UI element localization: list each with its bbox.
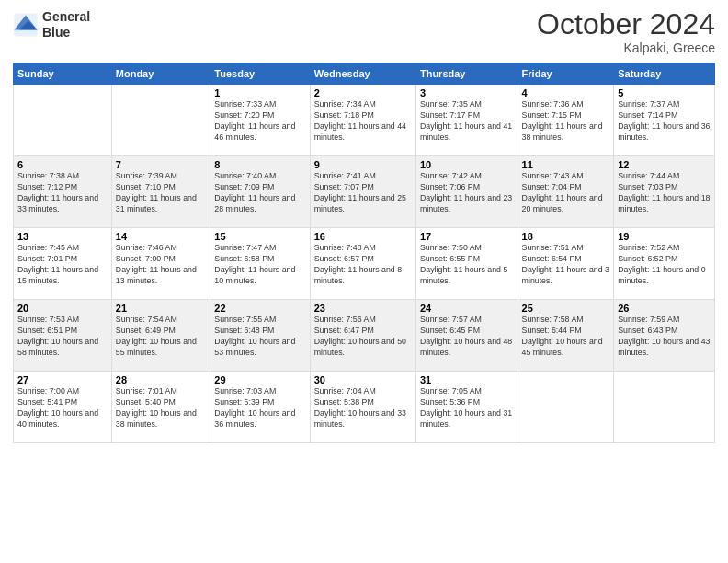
day-number: 27 [17, 374, 108, 385]
day-number: 18 [522, 231, 610, 242]
day-number: 21 [116, 303, 207, 314]
calendar-cell: 19Sunrise: 7:52 AM Sunset: 6:52 PM Dayli… [614, 228, 715, 300]
calendar-cell: 14Sunrise: 7:46 AM Sunset: 7:00 PM Dayli… [111, 228, 210, 300]
day-info: Sunrise: 7:39 AM Sunset: 7:10 PM Dayligh… [116, 171, 207, 215]
day-number: 23 [314, 303, 412, 314]
weekday-header-monday: Monday [111, 63, 210, 85]
logo-line2: Blue [42, 25, 90, 40]
weekday-header-tuesday: Tuesday [210, 63, 310, 85]
day-info: Sunrise: 7:37 AM Sunset: 7:14 PM Dayligh… [618, 99, 711, 144]
weekday-header-row: SundayMondayTuesdayWednesdayThursdayFrid… [14, 63, 715, 85]
calendar-cell: 28Sunrise: 7:01 AM Sunset: 5:40 PM Dayli… [111, 372, 210, 443]
day-info: Sunrise: 7:41 AM Sunset: 7:07 PM Dayligh… [314, 171, 412, 215]
calendar-cell: 12Sunrise: 7:44 AM Sunset: 7:03 PM Dayli… [614, 156, 715, 228]
day-number: 25 [522, 303, 610, 314]
day-info: Sunrise: 7:04 AM Sunset: 5:38 PM Dayligh… [314, 386, 412, 431]
calendar-cell: 22Sunrise: 7:55 AM Sunset: 6:48 PM Dayli… [210, 300, 310, 372]
logo-line1: General [42, 9, 90, 25]
day-info: Sunrise: 7:34 AM Sunset: 7:18 PM Dayligh… [314, 99, 412, 144]
day-number: 5 [618, 87, 711, 98]
day-number: 15 [214, 231, 305, 242]
day-number: 31 [420, 374, 514, 385]
day-number: 12 [618, 159, 711, 170]
day-info: Sunrise: 7:45 AM Sunset: 7:01 PM Dayligh… [17, 243, 108, 287]
day-info: Sunrise: 7:47 AM Sunset: 6:58 PM Dayligh… [214, 243, 305, 287]
day-number: 20 [17, 303, 108, 314]
week-row-2: 6Sunrise: 7:38 AM Sunset: 7:12 PM Daylig… [14, 156, 715, 228]
calendar-cell: 18Sunrise: 7:51 AM Sunset: 6:54 PM Dayli… [518, 228, 614, 300]
calendar-cell [614, 372, 715, 443]
title-section: October 2024 Kalpaki, Greece [537, 9, 715, 55]
day-info: Sunrise: 7:36 AM Sunset: 7:15 PM Dayligh… [522, 99, 610, 144]
day-number: 7 [116, 159, 207, 170]
calendar-cell [518, 372, 614, 443]
calendar-cell: 27Sunrise: 7:00 AM Sunset: 5:41 PM Dayli… [14, 372, 112, 443]
day-number: 14 [116, 231, 207, 242]
calendar-cell: 26Sunrise: 7:59 AM Sunset: 6:43 PM Dayli… [614, 300, 715, 372]
week-row-1: 1Sunrise: 7:33 AM Sunset: 7:20 PM Daylig… [14, 85, 715, 156]
calendar-cell: 7Sunrise: 7:39 AM Sunset: 7:10 PM Daylig… [111, 156, 210, 228]
calendar-cell: 1Sunrise: 7:33 AM Sunset: 7:20 PM Daylig… [210, 85, 310, 156]
day-number: 26 [618, 303, 711, 314]
calendar-cell: 31Sunrise: 7:05 AM Sunset: 5:36 PM Dayli… [415, 372, 518, 443]
day-number: 2 [314, 87, 412, 98]
calendar-cell: 25Sunrise: 7:58 AM Sunset: 6:44 PM Dayli… [518, 300, 614, 372]
day-info: Sunrise: 7:00 AM Sunset: 5:41 PM Dayligh… [17, 386, 108, 431]
weekday-header-friday: Friday [518, 63, 614, 85]
calendar-cell: 3Sunrise: 7:35 AM Sunset: 7:17 PM Daylig… [415, 85, 518, 156]
day-info: Sunrise: 7:56 AM Sunset: 6:47 PM Dayligh… [314, 315, 412, 359]
calendar-cell: 5Sunrise: 7:37 AM Sunset: 7:14 PM Daylig… [614, 85, 715, 156]
calendar-cell: 10Sunrise: 7:42 AM Sunset: 7:06 PM Dayli… [415, 156, 518, 228]
calendar-cell: 2Sunrise: 7:34 AM Sunset: 7:18 PM Daylig… [310, 85, 415, 156]
day-number: 24 [420, 303, 514, 314]
day-info: Sunrise: 7:05 AM Sunset: 5:36 PM Dayligh… [420, 386, 514, 431]
week-row-3: 13Sunrise: 7:45 AM Sunset: 7:01 PM Dayli… [14, 228, 715, 300]
day-number: 28 [116, 374, 207, 385]
month-title: October 2024 [537, 9, 715, 39]
day-info: Sunrise: 7:50 AM Sunset: 6:55 PM Dayligh… [420, 243, 514, 287]
day-info: Sunrise: 7:57 AM Sunset: 6:45 PM Dayligh… [420, 315, 514, 359]
calendar-cell: 4Sunrise: 7:36 AM Sunset: 7:15 PM Daylig… [518, 85, 614, 156]
calendar-cell: 11Sunrise: 7:43 AM Sunset: 7:04 PM Dayli… [518, 156, 614, 228]
calendar-cell: 15Sunrise: 7:47 AM Sunset: 6:58 PM Dayli… [210, 228, 310, 300]
calendar-page: General Blue October 2024 Kalpaki, Greec… [0, 0, 728, 563]
day-info: Sunrise: 7:40 AM Sunset: 7:09 PM Dayligh… [214, 171, 305, 215]
day-info: Sunrise: 7:48 AM Sunset: 6:57 PM Dayligh… [314, 243, 412, 287]
logo: General Blue [13, 9, 90, 40]
week-row-5: 27Sunrise: 7:00 AM Sunset: 5:41 PM Dayli… [14, 372, 715, 443]
page-header: General Blue October 2024 Kalpaki, Greec… [13, 9, 715, 55]
day-number: 13 [17, 231, 108, 242]
day-number: 8 [214, 159, 305, 170]
day-number: 17 [420, 231, 514, 242]
calendar-cell: 9Sunrise: 7:41 AM Sunset: 7:07 PM Daylig… [310, 156, 415, 228]
day-info: Sunrise: 7:52 AM Sunset: 6:52 PM Dayligh… [618, 243, 711, 287]
day-number: 30 [314, 374, 412, 385]
day-number: 4 [522, 87, 610, 98]
day-number: 29 [214, 374, 305, 385]
day-number: 6 [17, 159, 108, 170]
calendar-cell: 13Sunrise: 7:45 AM Sunset: 7:01 PM Dayli… [14, 228, 112, 300]
day-info: Sunrise: 7:53 AM Sunset: 6:51 PM Dayligh… [17, 315, 108, 359]
week-row-4: 20Sunrise: 7:53 AM Sunset: 6:51 PM Dayli… [14, 300, 715, 372]
calendar-cell: 6Sunrise: 7:38 AM Sunset: 7:12 PM Daylig… [14, 156, 112, 228]
calendar-cell [14, 85, 112, 156]
calendar-cell: 30Sunrise: 7:04 AM Sunset: 5:38 PM Dayli… [310, 372, 415, 443]
calendar-cell: 16Sunrise: 7:48 AM Sunset: 6:57 PM Dayli… [310, 228, 415, 300]
day-info: Sunrise: 7:44 AM Sunset: 7:03 PM Dayligh… [618, 171, 711, 215]
weekday-header-wednesday: Wednesday [310, 63, 415, 85]
day-info: Sunrise: 7:42 AM Sunset: 7:06 PM Dayligh… [420, 171, 514, 215]
day-number: 3 [420, 87, 514, 98]
weekday-header-sunday: Sunday [14, 63, 112, 85]
location: Kalpaki, Greece [537, 40, 715, 55]
day-number: 9 [314, 159, 412, 170]
day-info: Sunrise: 7:38 AM Sunset: 7:12 PM Dayligh… [17, 171, 108, 215]
day-number: 16 [314, 231, 412, 242]
calendar-cell [111, 85, 210, 156]
day-info: Sunrise: 7:54 AM Sunset: 6:49 PM Dayligh… [116, 315, 207, 359]
weekday-header-thursday: Thursday [415, 63, 518, 85]
logo-icon [13, 12, 39, 38]
calendar-cell: 24Sunrise: 7:57 AM Sunset: 6:45 PM Dayli… [415, 300, 518, 372]
day-number: 22 [214, 303, 305, 314]
calendar-cell: 17Sunrise: 7:50 AM Sunset: 6:55 PM Dayli… [415, 228, 518, 300]
calendar-cell: 8Sunrise: 7:40 AM Sunset: 7:09 PM Daylig… [210, 156, 310, 228]
